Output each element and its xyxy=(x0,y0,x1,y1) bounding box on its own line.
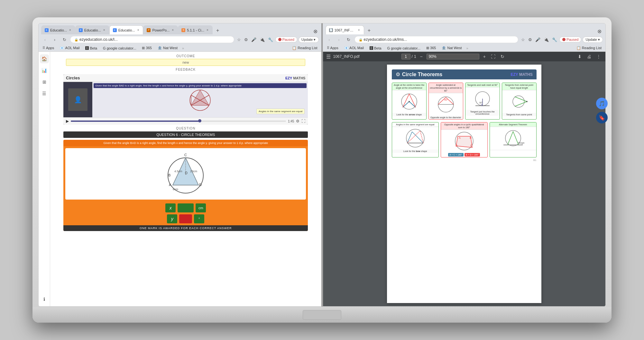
pdf-menu-button[interactable]: ☰ xyxy=(326,54,331,60)
y-input-box[interactable] xyxy=(179,214,192,223)
tab-2-close[interactable]: × xyxy=(103,28,106,32)
tab-2[interactable]: E Educatio... × xyxy=(75,25,109,34)
left-tab-bar: E Educatio... × E Educatio... × E Educat… xyxy=(39,23,321,34)
y-unit-label: ° xyxy=(198,217,200,221)
sidebar-info-icon[interactable]: ℹ xyxy=(40,295,49,304)
right-update-button[interactable]: Update ▾ xyxy=(583,37,603,43)
right-bm-apps[interactable]: ⠿ Apps xyxy=(326,46,340,50)
reload-button[interactable]: ↻ xyxy=(60,36,68,43)
pdf-rotate-button[interactable]: ↻ xyxy=(499,53,506,60)
right-extension-icon-2[interactable]: 🔌 xyxy=(543,36,550,43)
y-var-label: y xyxy=(171,216,173,221)
right-close-window-button[interactable]: ⊗ xyxy=(596,28,603,34)
star-icon[interactable]: ☆ xyxy=(236,36,242,43)
bm-natwest[interactable]: 🏦 Nat West xyxy=(156,46,179,50)
update-button[interactable]: Update ▾ xyxy=(299,37,319,43)
right-bm-google-calc[interactable]: G google calculator... xyxy=(386,46,422,50)
extension-icon-1[interactable]: ⚙ xyxy=(243,36,249,43)
bm-reading-list[interactable]: 📋 Reading List xyxy=(291,46,318,50)
x-var-label: x xyxy=(170,205,172,210)
back-button[interactable]: ‹ xyxy=(41,36,49,43)
bm-apps[interactable]: ⠿ Apps xyxy=(41,46,55,50)
pdf-zoom-out-button[interactable]: − xyxy=(419,53,424,60)
left-url-bar[interactable]: 🔒 ezyeducation.co.uk/l... xyxy=(70,36,234,43)
mic-icon[interactable]: 🎤 xyxy=(250,36,257,43)
forward-button[interactable]: › xyxy=(51,36,59,43)
pdf-zoom-input[interactable] xyxy=(427,54,479,59)
update-label: Update xyxy=(301,38,313,41)
svg-line-41 xyxy=(407,132,412,143)
bm-aolmail[interactable]: 📧 AOL Mail xyxy=(59,46,81,50)
pdf-fit-button[interactable]: ⛶ xyxy=(490,53,497,60)
fullscreen-icon[interactable]: ⛶ xyxy=(301,119,305,123)
bm-google-calc[interactable]: G google calculator... xyxy=(102,46,137,50)
theorem-svg-5 xyxy=(404,127,427,149)
sidebar-home-icon[interactable]: 🏠 xyxy=(40,54,49,63)
right-reload-button[interactable]: ↻ xyxy=(345,36,353,43)
video-circle-svg xyxy=(181,87,219,112)
pdf-page-input[interactable] xyxy=(401,54,410,59)
tab-1[interactable]: E Educatio... × xyxy=(41,25,75,34)
pdf-download-button[interactable]: ⬇ xyxy=(576,53,583,60)
right-bm-aolmail[interactable]: 📧 AOL Mail xyxy=(343,46,365,50)
right-bm-natwest[interactable]: 🏦 Nat West xyxy=(440,46,463,50)
paused-indicator xyxy=(278,38,281,41)
tab-4-favicon: P xyxy=(147,28,151,32)
right-url-bar[interactable]: 🔒 ezyeducation.co.uk/lms... xyxy=(354,36,519,43)
sidebar-list-icon[interactable]: ☰ xyxy=(40,89,49,98)
right-extension-icon-3[interactable]: 🔧 xyxy=(551,36,558,43)
laptop-trackpad[interactable] xyxy=(303,310,341,320)
right-tab-1[interactable]: 📄 1067_INFO.pdf × xyxy=(326,25,364,34)
video-progress-thumb xyxy=(198,119,201,122)
pdf-audio-button[interactable]: 🎵 xyxy=(596,98,605,109)
paused-button[interactable]: Paused xyxy=(275,37,297,42)
extension-icon-3[interactable]: 🔧 xyxy=(267,36,274,43)
settings-icon[interactable]: ⚙ xyxy=(296,119,299,123)
tab-5[interactable]: 5 5.1.1 - Ci... × xyxy=(178,25,213,34)
close-window-button[interactable]: ⊗ xyxy=(312,28,319,34)
right-tab-1-close[interactable]: × xyxy=(357,28,361,32)
extension-icon-2[interactable]: 🔌 xyxy=(259,36,266,43)
pdf-page-info: / 1 xyxy=(401,54,416,59)
right-extension-icon[interactable]: ⚙ xyxy=(527,36,533,43)
theorem-label-6: Opposite angles in a cyclic quadrilatera… xyxy=(441,122,487,130)
bm-365[interactable]: ⊞ 365 xyxy=(141,46,153,50)
svg-point-38 xyxy=(526,101,528,102)
pdf-bookmark-button[interactable]: 🔖 xyxy=(596,112,605,123)
tab-3-close[interactable]: × xyxy=(137,28,140,32)
right-new-tab-button[interactable]: + xyxy=(365,27,373,34)
tab-4-close[interactable]: × xyxy=(171,28,174,32)
right-bm-beta[interactable]: 🅱 Beta xyxy=(368,46,383,50)
pdf-zoom-in-button[interactable]: + xyxy=(482,53,487,60)
tab-5-close[interactable]: × xyxy=(206,28,209,32)
right-bm-365[interactable]: ⊞ 365 xyxy=(425,46,437,50)
tab-3[interactable]: E Educatio... × xyxy=(109,25,143,34)
right-mic-icon[interactable]: 🎤 xyxy=(534,36,541,43)
pdf-filename-display: 1067_INFO.pdf xyxy=(333,54,399,59)
theorem-circle-3: 90° xyxy=(465,87,500,110)
pdf-print-button[interactable]: 🖨 xyxy=(585,53,593,60)
y-unit: ° xyxy=(194,214,204,223)
right-back-button[interactable]: ‹ xyxy=(326,36,333,43)
tab-1-close[interactable]: × xyxy=(69,28,72,32)
right-update-label: Update xyxy=(585,38,597,41)
right-paused-button[interactable]: Paused xyxy=(559,37,581,42)
svg-text:A: A xyxy=(459,136,461,139)
theorem-cell-2: Angle subtended at circumference by a se… xyxy=(428,83,463,120)
sidebar-chart-icon[interactable]: 📊 xyxy=(40,66,49,75)
play-button[interactable]: ▶ xyxy=(66,119,69,123)
tab-4[interactable]: P PowerPo... × xyxy=(143,25,178,34)
theorem-svg-7: Tangent xyxy=(502,127,524,149)
pdf-more-button[interactable]: ⋮ xyxy=(595,53,602,60)
theorem-caption-3: Tangent just touches the circumference xyxy=(465,110,500,116)
x-input-box[interactable] xyxy=(178,203,194,212)
bm-beta[interactable]: 🅱 Beta xyxy=(84,46,98,50)
svg-point-35 xyxy=(513,96,524,107)
right-forward-button[interactable]: › xyxy=(335,36,343,43)
video-progress-bar[interactable] xyxy=(71,121,286,122)
sidebar-grid-icon[interactable]: ⊞ xyxy=(40,77,49,86)
right-bm-reading-list[interactable]: 📋 Reading List xyxy=(575,46,603,50)
right-paused-indicator xyxy=(562,38,566,41)
right-star-icon[interactable]: ☆ xyxy=(520,36,526,43)
new-tab-button[interactable]: + xyxy=(214,27,222,34)
